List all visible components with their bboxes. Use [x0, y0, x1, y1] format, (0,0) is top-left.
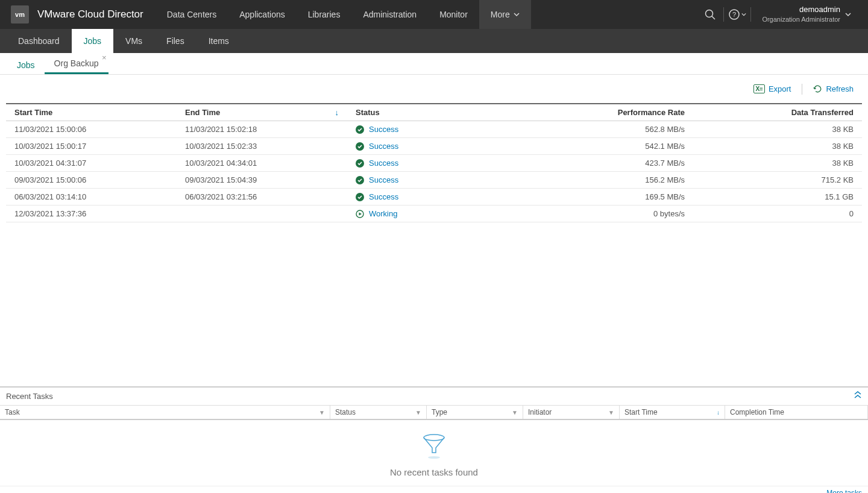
expand-icon[interactable] — [854, 391, 862, 401]
recent-tasks-footer: More tasks — [0, 486, 868, 493]
nav-administration[interactable]: Administration — [351, 0, 428, 29]
cell-performance-rate: 0 bytes/s — [524, 206, 693, 222]
cell-start-time: 12/03/2021 13:37:36 — [6, 206, 177, 222]
refresh-icon — [813, 84, 822, 93]
col-start-time[interactable]: Start Time — [6, 104, 177, 121]
cell-status: Working — [347, 206, 524, 222]
subnav-vms[interactable]: VMs — [113, 29, 154, 53]
subnav-jobs[interactable]: Jobs — [72, 29, 114, 53]
funnel-icon — [422, 433, 446, 460]
cell-data-transferred: 15.1 GB — [693, 189, 862, 205]
nav-monitor[interactable]: Monitor — [428, 0, 479, 29]
jobs-grid: Start Time End Time ↓ Status Performance… — [0, 103, 868, 386]
tab-jobs[interactable]: Jobs — [7, 55, 45, 74]
success-icon — [356, 176, 364, 184]
status-link[interactable]: Success — [369, 159, 398, 168]
rcol-status[interactable]: Status▼ — [330, 406, 427, 419]
app-logo: vm — [11, 5, 29, 24]
cell-status: Success — [347, 172, 524, 188]
status-link[interactable]: Success — [369, 192, 398, 201]
cell-start-time: 09/03/2021 15:00:06 — [6, 172, 177, 188]
rcol-task[interactable]: Task▼ — [0, 406, 330, 419]
search-button[interactable] — [697, 0, 723, 29]
user-menu[interactable]: demoadmin Organization Administrator — [751, 5, 857, 24]
recent-tasks-empty-text: No recent tasks found — [0, 467, 868, 477]
working-icon — [356, 210, 364, 218]
filter-icon[interactable]: ▼ — [512, 409, 518, 416]
cell-start-time: 06/03/2021 03:14:10 — [6, 189, 177, 205]
cell-end-time: 11/03/2021 15:02:18 — [177, 121, 347, 137]
tab-org-backup[interactable]: Org Backup × — [45, 53, 108, 74]
status-link[interactable]: Working — [369, 209, 397, 218]
rcol-type-label: Type — [432, 408, 447, 416]
nav-more[interactable]: More — [479, 0, 531, 29]
col-status[interactable]: Status — [347, 104, 524, 121]
table-row[interactable]: 11/03/2021 15:00:0611/03/2021 15:02:18Su… — [6, 121, 862, 138]
cell-data-transferred: 715.2 KB — [693, 172, 862, 188]
rcol-type[interactable]: Type▼ — [427, 406, 523, 419]
col-end-time-label: End Time — [185, 108, 220, 117]
refresh-button[interactable]: Refresh — [810, 82, 857, 96]
table-row[interactable]: 09/03/2021 15:00:0609/03/2021 15:04:39Su… — [6, 172, 862, 189]
subnav-files[interactable]: Files — [154, 29, 197, 53]
success-icon — [356, 142, 364, 151]
status-link[interactable]: Success — [369, 175, 398, 184]
rcol-start-time-label: Start Time — [624, 408, 658, 416]
svg-point-10 — [424, 435, 444, 441]
cell-status: Success — [347, 155, 524, 171]
nav-libraries[interactable]: Libraries — [297, 0, 352, 29]
tab-bar: Jobs Org Backup × — [0, 53, 868, 75]
col-data-transferred[interactable]: Data Transferred — [693, 104, 862, 121]
rcol-completion-time-label: Completion Time — [730, 408, 784, 416]
table-row[interactable]: 10/03/2021 04:31:0710/03/2021 04:34:01Su… — [6, 155, 862, 172]
filter-icon[interactable]: ▼ — [415, 409, 421, 416]
help-button[interactable]: ? — [724, 0, 750, 29]
success-icon — [356, 159, 364, 168]
cell-performance-rate: 542.1 MB/s — [524, 138, 693, 154]
recent-tasks-columns: Task▼ Status▼ Type▼ Initiator▼ Start Tim… — [0, 406, 868, 420]
status-link[interactable]: Success — [369, 142, 398, 151]
nav-applications[interactable]: Applications — [228, 0, 297, 29]
tab-org-backup-label: Org Backup — [54, 58, 99, 68]
table-row[interactable]: 12/03/2021 13:37:36Working0 bytes/s0 — [6, 206, 862, 222]
rcol-initiator[interactable]: Initiator▼ — [523, 406, 620, 419]
sort-desc-icon: ↓ — [335, 108, 339, 117]
close-icon[interactable]: × — [102, 53, 107, 62]
nav-data-centers[interactable]: Data Centers — [156, 0, 228, 29]
subnav-items[interactable]: Items — [197, 29, 241, 53]
separator — [802, 84, 802, 95]
col-performance-rate[interactable]: Performance Rate — [524, 104, 693, 121]
table-row[interactable]: 10/03/2021 15:00:1710/03/2021 15:02:33Su… — [6, 138, 862, 155]
cell-data-transferred: 38 KB — [693, 138, 862, 154]
subnav-dashboard[interactable]: Dashboard — [6, 29, 72, 53]
recent-tasks-panel: Recent Tasks Task▼ Status▼ Type▼ Initiat… — [0, 386, 868, 493]
cell-performance-rate: 169.5 MB/s — [524, 189, 693, 205]
more-tasks-link[interactable]: More tasks — [826, 489, 862, 493]
rcol-start-time[interactable]: Start Time↓ — [620, 406, 725, 419]
sort-desc-icon[interactable]: ↓ — [717, 409, 720, 416]
success-icon — [356, 193, 364, 201]
export-button[interactable]: X≡ Export — [750, 82, 794, 96]
cell-status: Success — [347, 121, 524, 137]
table-row[interactable]: 06/03/2021 03:14:1006/03/2021 03:21:56Su… — [6, 189, 862, 206]
recent-tasks-empty: No recent tasks found — [0, 420, 868, 486]
help-icon: ? — [728, 8, 740, 20]
cell-end-time — [177, 206, 347, 222]
nav-more-label: More — [491, 10, 510, 19]
status-link[interactable]: Success — [369, 125, 398, 134]
svg-line-1 — [712, 16, 715, 19]
rcol-initiator-label: Initiator — [528, 408, 552, 416]
cell-start-time: 10/03/2021 15:00:17 — [6, 138, 177, 154]
grid-header: Start Time End Time ↓ Status Performance… — [6, 103, 862, 121]
rcol-completion-time[interactable]: Completion Time — [725, 406, 868, 419]
cell-performance-rate: 423.7 MB/s — [524, 155, 693, 171]
filter-icon[interactable]: ▼ — [608, 409, 614, 416]
col-end-time[interactable]: End Time ↓ — [177, 104, 347, 121]
cell-end-time: 09/03/2021 15:04:39 — [177, 172, 347, 188]
chevron-down-icon — [741, 12, 746, 17]
cell-end-time: 06/03/2021 03:21:56 — [177, 189, 347, 205]
user-name: demoadmin — [762, 5, 840, 15]
filter-icon[interactable]: ▼ — [319, 409, 325, 416]
cell-performance-rate: 562.8 MB/s — [524, 121, 693, 137]
success-icon — [356, 125, 364, 134]
